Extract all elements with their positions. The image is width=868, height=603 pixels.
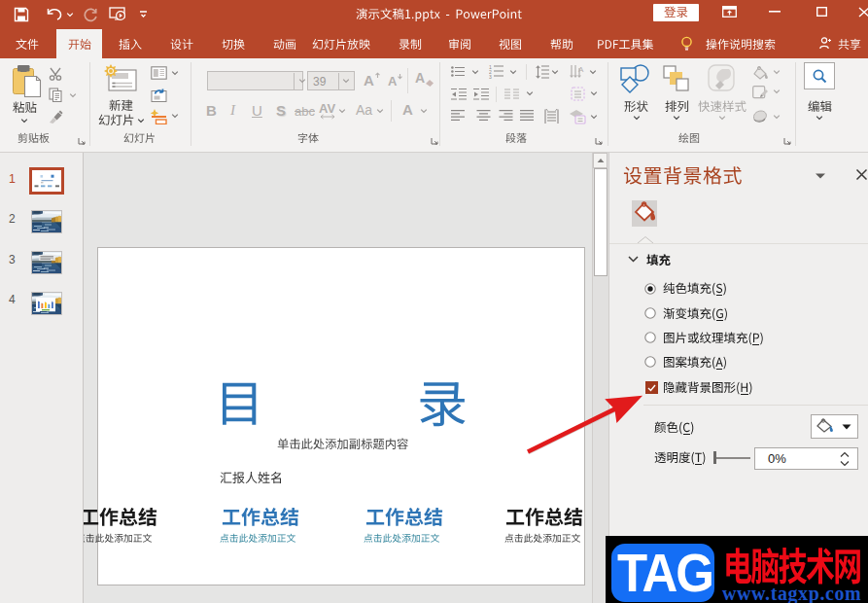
- svg-text:3: 3: [489, 74, 492, 80]
- svg-text:A: A: [578, 65, 584, 74]
